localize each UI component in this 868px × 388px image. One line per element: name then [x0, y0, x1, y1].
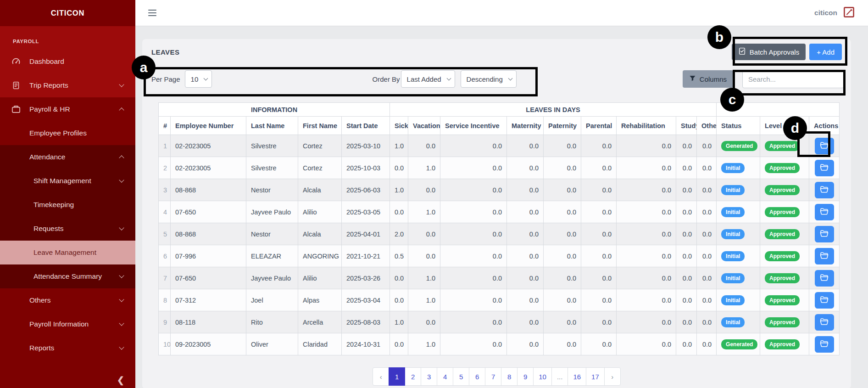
cell-first-name: Alilio [298, 201, 342, 223]
group-header-row: INFORMATIONLEAVES IN DAYS [159, 103, 840, 117]
cell-start-date: 2025-03-04 [342, 289, 390, 311]
sidebar-item-label: Payroll Information [29, 320, 89, 328]
cell-last-name: Oliver [246, 333, 298, 355]
order-by-label: Order By [373, 75, 400, 83]
level-badge: Approved [765, 185, 800, 195]
status-badge: Initial [721, 251, 745, 261]
status-badge: Initial [721, 317, 745, 327]
sidebar-brand: CITICON [0, 0, 135, 26]
column-header-paternity: Paternity [544, 117, 581, 135]
batch-approvals-button[interactable]: Batch Approvals [732, 44, 806, 60]
sidebar-item-dashboard[interactable]: Dashboard [0, 50, 135, 73]
table-row: 807-312JoelAlpas2025-03-040.01.00.00.00.… [159, 289, 840, 311]
chevron-down-icon [119, 177, 124, 182]
cell-rehabilitation: 0.0 [617, 311, 676, 333]
column-group-leaves-in-days: LEAVES IN DAYS [390, 103, 717, 117]
column-header-actions: Actions [809, 117, 840, 135]
open-leave-button[interactable] [815, 336, 834, 353]
pagination-page-16[interactable]: 16 [568, 367, 586, 386]
pagination-page-3[interactable]: 3 [421, 367, 437, 386]
pagination-page-1[interactable]: 1 [389, 367, 405, 386]
leaves-card: LEAVES Batch Approvals + Add Per Page 10… [142, 39, 851, 388]
cell-employee-number: 07-650 [171, 201, 246, 223]
order-by-field-select[interactable]: Last Added [401, 70, 455, 88]
pagination-page-4[interactable]: 4 [437, 367, 453, 386]
cell-employee-number: 08-868 [171, 179, 246, 201]
sidebar: CITICON PAYROLL DashboardTrip ReportsPay… [0, 0, 135, 388]
status-badge: Initial [721, 295, 745, 305]
pagination-page-5[interactable]: 5 [453, 367, 469, 386]
open-leave-button[interactable] [815, 160, 834, 176]
pagination-page-2[interactable]: 2 [405, 367, 421, 386]
sidebar-item-shift-management[interactable]: Shift Management [0, 169, 135, 193]
sidebar-collapse-button[interactable]: ❮ [117, 375, 124, 385]
pagination-page-17[interactable]: 17 [586, 367, 605, 386]
cell-actions [809, 289, 840, 311]
pagination-prev[interactable]: ‹ [373, 367, 389, 386]
cell-actions [809, 223, 840, 245]
cell-other: 0.0 [697, 223, 717, 245]
cell-study: 0.0 [676, 135, 697, 157]
open-leave-button[interactable] [815, 138, 834, 154]
sidebar-item-attendance-summary[interactable]: Attendance Summary [0, 264, 135, 288]
cell-maternity: 0.0 [507, 267, 544, 289]
sidebar-item-reports[interactable]: Reports [0, 336, 135, 360]
cell-sick: 0.0 [390, 267, 408, 289]
sidebar-item-trip-reports[interactable]: Trip Reports [0, 73, 135, 97]
cell-level: Approved [760, 201, 809, 223]
cell-start-date: 2025-10-03 [342, 157, 390, 179]
order-by-direction-select[interactable]: Descending [461, 70, 517, 88]
open-leave-button[interactable] [815, 314, 834, 331]
table-row: 508-868NestorAlcala2025-04-012.00.00.00.… [159, 223, 840, 245]
chevron-down-icon [119, 321, 124, 326]
menu-toggle-button[interactable] [148, 10, 156, 16]
wallet-icon [11, 104, 21, 114]
open-leave-button[interactable] [815, 292, 834, 309]
cell-status: Initial [717, 223, 760, 245]
cell-other: 0.0 [697, 267, 717, 289]
pagination-next[interactable]: › [604, 367, 621, 386]
open-leave-button[interactable] [815, 204, 834, 220]
cell-last-name: Joel [246, 289, 298, 311]
cell-: 6 [159, 245, 171, 267]
search-input[interactable] [742, 70, 844, 88]
sidebar-item-payroll-information[interactable]: Payroll Information [0, 312, 135, 336]
cell-actions [809, 157, 840, 179]
open-leave-button[interactable] [815, 226, 834, 242]
pagination-page-7[interactable]: 7 [485, 367, 501, 386]
cell-last-name: Rito [246, 311, 298, 333]
folder-open-icon [820, 251, 829, 261]
sidebar-item-label: Timekeeping [33, 201, 74, 209]
cell-service-incentive: 0.0 [440, 179, 507, 201]
cell-vacation: 1.0 [408, 157, 440, 179]
cell-last-name: Jayvee Paulo [246, 201, 298, 223]
pagination-page-6[interactable]: 6 [469, 367, 485, 386]
cell-vacation: 0.0 [408, 135, 440, 157]
level-badge: Approved [765, 207, 800, 217]
sidebar-item-leave-management[interactable]: Leave Management [0, 241, 135, 264]
columns-button[interactable]: Columns [683, 70, 733, 88]
cell-study: 0.0 [676, 289, 697, 311]
column-group-information: INFORMATION [159, 103, 390, 117]
open-leave-button[interactable] [815, 248, 834, 264]
cell-service-incentive: 0.0 [440, 267, 507, 289]
cell-vacation: 0.0 [408, 223, 440, 245]
level-badge: Approved [765, 251, 800, 261]
pagination-page-8[interactable]: 8 [501, 367, 517, 386]
pagination-page-9[interactable]: 9 [517, 367, 534, 386]
pagination-page-10[interactable]: 10 [533, 367, 552, 386]
sidebar-item-attendance[interactable]: Attendance [0, 145, 135, 169]
add-button[interactable]: + Add [809, 44, 842, 60]
cell-first-name: Alilio [298, 267, 342, 289]
sidebar-item-others[interactable]: Others [0, 288, 135, 312]
sidebar-item-employee-profiles[interactable]: Employee Profiles [0, 121, 135, 145]
open-leave-button[interactable] [815, 270, 834, 287]
cell-rehabilitation: 0.0 [617, 223, 676, 245]
citicon-logo-icon[interactable] [843, 6, 855, 20]
sidebar-item-timekeeping[interactable]: Timekeeping [0, 193, 135, 217]
open-leave-button[interactable] [815, 182, 834, 198]
sidebar-item-payroll-hr[interactable]: Payroll & HR [0, 97, 135, 121]
cell-vacation: 0.0 [408, 179, 440, 201]
per-page-select[interactable]: 10 [185, 70, 212, 88]
sidebar-item-requests[interactable]: Requests [0, 217, 135, 241]
